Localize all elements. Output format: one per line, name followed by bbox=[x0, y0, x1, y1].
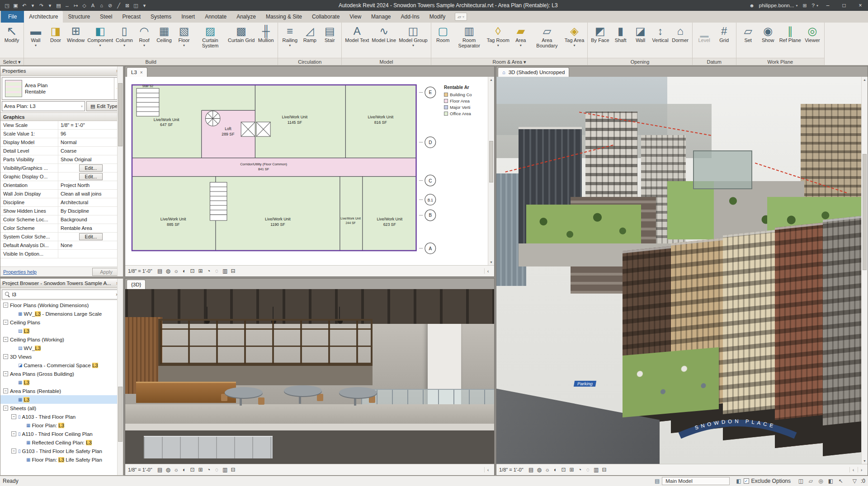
ceiling-tool[interactable]: ▦ Ceiling bbox=[154, 23, 174, 43]
reveal-hidden-elements-icon[interactable]: ◌ bbox=[213, 268, 221, 274]
show-crop-icon[interactable]: ⊞ bbox=[197, 268, 205, 274]
text-icon[interactable]: A bbox=[89, 0, 97, 10]
scroll-left-icon[interactable]: ‹ bbox=[849, 467, 857, 472]
vertical-opening-tool[interactable]: ↕ Vertical bbox=[651, 23, 670, 43]
close-button[interactable]: × bbox=[854, 0, 867, 11]
reveal-hidden-elements-icon[interactable]: ◌ bbox=[584, 467, 592, 473]
redo-icon[interactable]: ↷ bbox=[37, 0, 46, 10]
door-tool[interactable]: ◨ Door bbox=[46, 23, 66, 43]
tag-area-tool[interactable]: ◈ Tag Area ▾ bbox=[563, 23, 585, 47]
property-row[interactable]: Graphic Display O... Edit... bbox=[0, 173, 123, 181]
browser-tree-item[interactable]: ▤ L3 bbox=[0, 327, 123, 335]
show-constraints-icon[interactable]: ⊟ bbox=[229, 268, 237, 274]
temporary-view-properties-icon[interactable]: ▥ bbox=[221, 268, 229, 274]
select-links-icon[interactable]: ◫ bbox=[797, 478, 805, 484]
column-tool[interactable]: ▯ Column ▾ bbox=[114, 23, 134, 47]
help-menu[interactable]: ? ▾ bbox=[812, 3, 818, 8]
tree-expander-icon[interactable]: − bbox=[3, 371, 8, 376]
select-underlay-icon[interactable]: ▱ bbox=[807, 478, 815, 484]
wall-tool[interactable]: ▬ Wall ▾ bbox=[26, 23, 46, 47]
tree-expander-icon[interactable] bbox=[19, 423, 24, 428]
drag-on-selection-icon[interactable]: ↖ bbox=[837, 478, 844, 484]
grid-tool[interactable]: # Grid bbox=[714, 23, 734, 43]
city-vertical-scrollbar[interactable]: ▲▼ bbox=[861, 77, 868, 464]
tag-by-category-icon[interactable]: ◇ bbox=[80, 0, 89, 10]
tree-expander-icon[interactable]: − bbox=[3, 320, 8, 325]
tree-expander-icon[interactable]: − bbox=[11, 414, 16, 419]
property-row[interactable]: Color Scheme Rentable Area bbox=[0, 224, 123, 233]
close-hidden-windows-icon[interactable]: ⊠ bbox=[123, 0, 132, 10]
tab-analyze[interactable]: Analyze bbox=[231, 11, 261, 23]
browser-tree-item[interactable]: ◪ Camera - Commercial Space L3 bbox=[0, 361, 123, 369]
switch-windows-icon[interactable]: ◫ bbox=[132, 0, 140, 10]
browser-tree-item[interactable]: − Ceiling Plans bbox=[0, 318, 123, 327]
select-panel-caption[interactable]: Select ▾ bbox=[0, 58, 24, 65]
browser-scrollbar[interactable] bbox=[117, 279, 123, 475]
exclude-options-checkbox[interactable]: ✓ bbox=[744, 478, 749, 484]
property-row[interactable]: Detail Level Coarse bbox=[0, 147, 123, 155]
view-selector-combo[interactable]: Area Plan: L3 ▾ bbox=[2, 101, 85, 111]
component-tool[interactable]: ◧ Component ▾ bbox=[86, 23, 114, 47]
browser-tree-item[interactable]: − Floor Plans (Working Dimensions) bbox=[0, 301, 123, 309]
tree-expander-icon[interactable]: − bbox=[3, 303, 8, 308]
ribbon-state-toggle[interactable]: ▱ ▾ bbox=[455, 13, 467, 21]
browser-tree-item[interactable]: − 3D Views bbox=[0, 352, 123, 361]
browser-tree-item[interactable]: ▦ WV_L3 - Dimensions Large Scale bbox=[0, 309, 123, 318]
interior-3d-view[interactable] bbox=[125, 289, 494, 464]
property-row[interactable]: Show Hidden Lines By Discipline bbox=[0, 207, 123, 215]
property-row[interactable]: Default Analysis Di... None bbox=[0, 241, 123, 250]
scroll-left-icon[interactable]: ‹ bbox=[484, 268, 491, 274]
section-icon[interactable]: ⊘ bbox=[106, 0, 114, 10]
curtain-system-tool[interactable]: ▨ Curtain System bbox=[194, 23, 226, 48]
browser-tree-item[interactable]: − Area Plans (Gross Building) bbox=[0, 369, 123, 378]
property-row[interactable]: Color Scheme Loc... Background bbox=[0, 215, 123, 224]
close-view-icon[interactable]: × bbox=[140, 70, 143, 75]
tree-expander-icon[interactable] bbox=[19, 457, 24, 462]
level-tool[interactable]: ▁ Level bbox=[694, 23, 714, 43]
detail-level-icon[interactable]: ▤ bbox=[156, 467, 164, 473]
graphics-section-header[interactable]: Graphics ∧ bbox=[0, 112, 123, 121]
ramp-tool[interactable]: ◿ Ramp bbox=[300, 23, 320, 43]
apply-button[interactable]: Apply bbox=[92, 268, 120, 276]
temporary-hide-isolate-icon[interactable]: ◔ bbox=[205, 268, 213, 274]
dormer-tool[interactable]: ⌂ Dormer bbox=[670, 23, 690, 43]
property-row[interactable]: System Color Sche... Edit... bbox=[0, 233, 123, 241]
model-text-tool[interactable]: A Model Text bbox=[344, 23, 370, 43]
shadows-icon[interactable]: ◐ bbox=[180, 268, 189, 274]
browser-tree-item[interactable]: ▦ L3 bbox=[0, 395, 123, 404]
properties-help-link[interactable]: Properties help bbox=[3, 269, 37, 275]
visual-style-icon[interactable]: ◍ bbox=[164, 467, 172, 473]
shadows-icon[interactable]: ◐ bbox=[180, 467, 189, 473]
tree-expander-icon[interactable] bbox=[11, 397, 16, 402]
tree-expander-icon[interactable]: − bbox=[3, 406, 8, 411]
scroll-right-icon[interactable]: › bbox=[858, 467, 865, 472]
show-work-plane-tool[interactable]: ◉ Show bbox=[758, 23, 778, 43]
user-menu[interactable]: philippe.bonn... ▾ bbox=[759, 3, 798, 8]
open-file-icon[interactable]: ◳ bbox=[3, 0, 11, 10]
temporary-hide-isolate-icon[interactable]: ◔ bbox=[205, 467, 213, 473]
property-row[interactable]: Discipline Architectural bbox=[0, 198, 123, 207]
tree-expander-icon[interactable] bbox=[11, 328, 16, 333]
tab-file[interactable]: File bbox=[1, 11, 24, 23]
worksets-icon[interactable]: ▤ bbox=[655, 478, 660, 484]
browser-tree-item[interactable]: ▤ WV_L3 bbox=[0, 344, 123, 352]
shaft-tool[interactable]: ▮ Shaft bbox=[611, 23, 631, 43]
app-store-icon[interactable]: ⊞ bbox=[801, 0, 809, 10]
browser-search-input[interactable] bbox=[12, 292, 113, 297]
tree-expander-icon[interactable]: − bbox=[3, 354, 8, 359]
property-row[interactable]: Visible In Option... bbox=[0, 250, 123, 258]
city-3d-view[interactable]: Parking SNOWDON PLACE bbox=[496, 77, 868, 464]
design-options-icon[interactable]: ◧ bbox=[736, 478, 741, 484]
crop-view-icon[interactable]: ⊡ bbox=[560, 467, 568, 473]
railing-tool[interactable]: ≡ Railing ▾ bbox=[280, 23, 300, 47]
sun-path-icon[interactable]: ☼ bbox=[172, 467, 180, 473]
aligned-dimension-icon[interactable]: ↦ bbox=[71, 0, 80, 10]
visual-style-icon[interactable]: ◍ bbox=[535, 467, 543, 473]
reveal-hidden-elements-icon[interactable]: ◌ bbox=[213, 467, 221, 473]
browser-tree-item[interactable]: − ▯ G103 - Third Floor Life Safety Plan bbox=[0, 447, 123, 455]
tab-massing-site[interactable]: Massing & Site bbox=[261, 11, 307, 23]
wall-opening-tool[interactable]: ◪ Wall bbox=[631, 23, 651, 43]
curtain-grid-tool[interactable]: ▩ Curtain Grid bbox=[226, 23, 256, 43]
show-constraints-icon[interactable]: ⊟ bbox=[600, 467, 609, 473]
detail-level-icon[interactable]: ▤ bbox=[527, 467, 535, 473]
